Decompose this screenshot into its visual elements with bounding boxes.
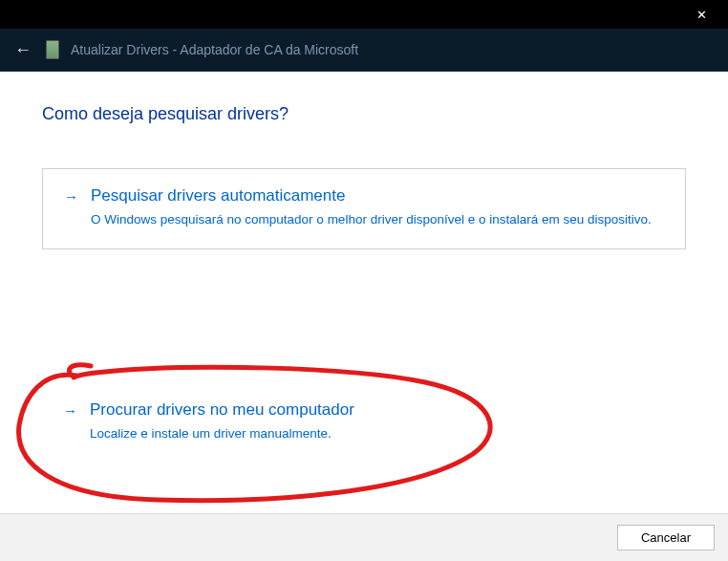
option-title: Pesquisar drivers automaticamente — [91, 186, 345, 205]
option-head: → Pesquisar drivers automaticamente — [64, 186, 664, 205]
arrow-right-icon: → — [64, 188, 81, 205]
option-head: → Procurar drivers no meu computador — [63, 400, 665, 420]
header-bar: ← Atualizar Drivers - Adaptador de CA da… — [0, 29, 728, 72]
cancel-button[interactable]: Cancelar — [617, 525, 715, 550]
header-title: Atualizar Drivers - Adaptador de CA da M… — [71, 42, 358, 57]
option-title: Procurar drivers no meu computador — [90, 400, 354, 420]
device-icon — [46, 40, 59, 59]
arrow-right-icon: → — [63, 402, 80, 419]
footer-bar: Cancelar — [0, 513, 728, 561]
option-description: O Windows pesquisará no computador o mel… — [64, 211, 664, 229]
page-title: Como deseja pesquisar drivers? — [42, 104, 686, 124]
option-search-automatically[interactable]: → Pesquisar drivers automaticamente O Wi… — [42, 168, 686, 249]
option-description: Localize e instale um driver manualmente… — [63, 425, 665, 443]
content-area: Como deseja pesquisar drivers? → Pesquis… — [0, 72, 728, 513]
back-arrow-icon[interactable]: ← — [11, 40, 34, 60]
option-browse-computer[interactable]: → Procurar drivers no meu computador Loc… — [42, 395, 686, 463]
close-icon[interactable]: ✕ — [690, 8, 713, 22]
titlebar: ✕ — [0, 0, 728, 29]
